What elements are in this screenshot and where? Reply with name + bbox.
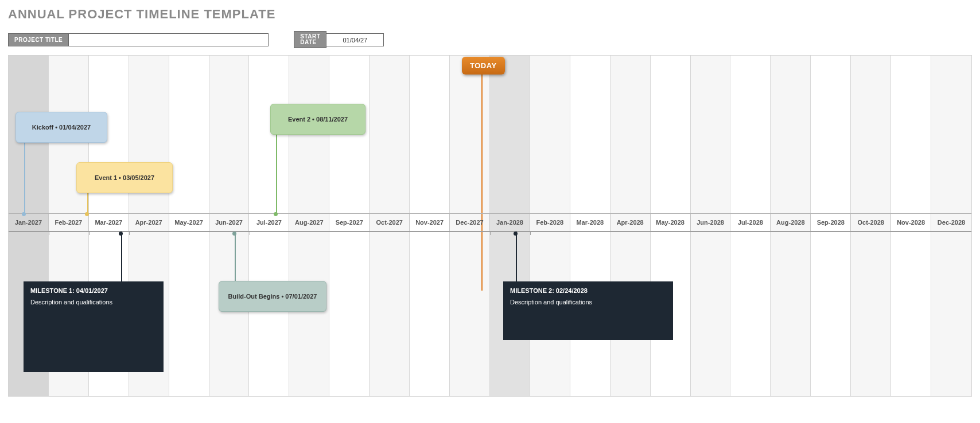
axis-label: Nov-2027 — [410, 214, 450, 231]
axis-label: Jul-2028 — [730, 214, 771, 231]
milestone1-dot-icon — [119, 232, 123, 236]
axis-label: Jun-2027 — [209, 214, 250, 231]
milestone1-connector — [121, 232, 122, 282]
axis-label: Apr-2028 — [610, 214, 651, 231]
axis-label: Nov-2028 — [891, 214, 931, 231]
axis-label: Mar-2027 — [89, 214, 129, 231]
event2-text: Event 2 • 08/11/2027 — [277, 116, 359, 123]
milestone2-dot-icon — [514, 232, 518, 236]
start-date-label: START DATE — [294, 31, 326, 48]
buildout-text: Build-Out Begins • 07/01/2027 — [225, 293, 320, 300]
axis-label: May-2027 — [169, 214, 209, 231]
axis-label: Mar-2028 — [570, 214, 610, 231]
buildout-connector — [235, 232, 236, 282]
event1-dot-icon — [85, 212, 89, 216]
page-root: ANNUAL PROJECT TIMELINE TEMPLATE PROJECT… — [0, 0, 980, 404]
event2-dot-icon — [274, 212, 278, 216]
header-row: PROJECT TITLE START DATE 01/04/27 — [8, 31, 972, 48]
axis-label: Aug-2028 — [771, 214, 811, 231]
axis-label: Sep-2028 — [811, 214, 851, 231]
axis-label: Jun-2028 — [691, 214, 731, 231]
axis-label: Dec-2027 — [450, 214, 490, 231]
axis-label: Jan-2027 — [9, 214, 49, 231]
page-title: ANNUAL PROJECT TIMELINE TEMPLATE — [8, 7, 972, 22]
milestone1-card[interactable]: MILESTONE 1: 04/01/2027 Description and … — [24, 281, 164, 372]
milestone2-title: MILESTONE 2: 02/24/2028 — [510, 287, 666, 294]
buildout-card[interactable]: Build-Out Begins • 07/01/2027 — [219, 281, 326, 312]
milestone1-title: MILESTONE 1: 04/01/2027 — [30, 287, 157, 294]
project-title-value[interactable] — [69, 33, 269, 46]
milestone2-connector — [516, 232, 517, 282]
milestone2-desc: Description and qualifications — [510, 299, 666, 306]
axis-label: Jul-2027 — [249, 214, 289, 231]
axis-label: Feb-2028 — [530, 214, 570, 231]
axis-label: Oct-2028 — [851, 214, 891, 231]
kickoff-text: Kickoff • 01/04/2027 — [22, 124, 101, 131]
event2-card[interactable]: Event 2 • 08/11/2027 — [270, 104, 365, 135]
event1-connector — [87, 192, 88, 215]
axis-label: Oct-2027 — [370, 214, 410, 231]
axis-label: Feb-2027 — [49, 214, 89, 231]
axis-label: Sep-2027 — [329, 214, 370, 231]
today-line — [481, 73, 483, 291]
axis-label: Apr-2027 — [129, 214, 169, 231]
project-title-label: PROJECT TITLE — [8, 33, 69, 46]
kickoff-dot-icon — [22, 212, 26, 216]
kickoff-card[interactable]: Kickoff • 01/04/2027 — [15, 112, 107, 143]
start-date-value[interactable]: 01/04/27 — [326, 33, 384, 46]
milestone1-desc: Description and qualifications — [30, 299, 157, 306]
event1-card[interactable]: Event 1 • 03/05/2027 — [76, 162, 173, 193]
axis-label: Dec-2028 — [931, 214, 971, 231]
timeline: Jan-2027 Feb-2027 Mar-2027 Apr-2027 May-… — [8, 55, 972, 397]
event2-connector — [276, 133, 277, 215]
start-date-field: START DATE 01/04/27 — [294, 31, 384, 48]
project-title-field: PROJECT TITLE — [8, 33, 269, 46]
axis-label: Aug-2027 — [289, 214, 329, 231]
today-badge: TODAY — [462, 57, 505, 75]
kickoff-connector — [24, 142, 25, 215]
event1-text: Event 1 • 03/05/2027 — [83, 174, 166, 181]
timeline-axis: Jan-2027 Feb-2027 Mar-2027 Apr-2027 May-… — [9, 213, 971, 232]
axis-label: Jan-2028 — [490, 214, 530, 231]
buildout-dot-icon — [232, 232, 236, 236]
milestone2-card[interactable]: MILESTONE 2: 02/24/2028 Description and … — [503, 281, 673, 340]
axis-label: May-2028 — [651, 214, 691, 231]
